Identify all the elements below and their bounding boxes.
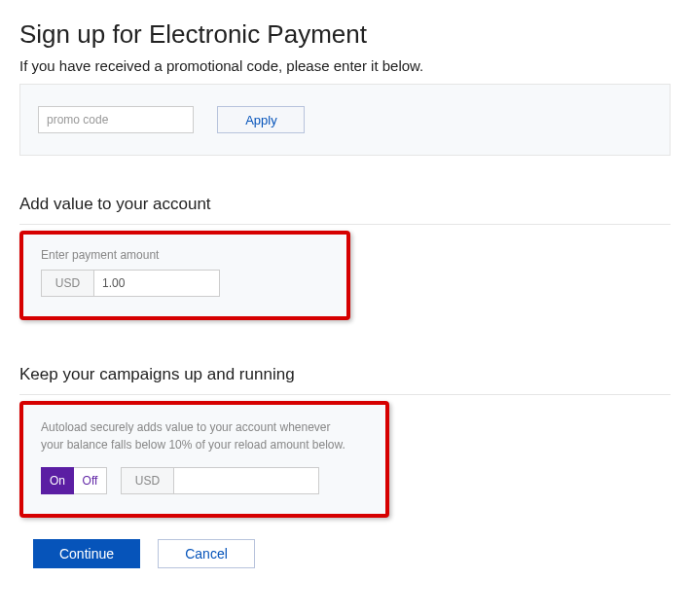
reload-currency-label: USD (121, 467, 173, 494)
autoload-desc-line1: Autoload securely adds value to your acc… (41, 420, 331, 434)
promo-section: Apply (19, 84, 671, 156)
autoload-box: Autoload securely adds value to your acc… (19, 401, 389, 518)
divider-2 (19, 394, 671, 395)
autoload-toggle: On Off (41, 467, 107, 494)
page-subtitle: If you have received a promotional code,… (19, 57, 671, 74)
autoload-off-button[interactable]: Off (74, 467, 107, 494)
payment-amount-box: Enter payment amount USD (19, 231, 350, 320)
payment-amount-label: Enter payment amount (41, 248, 329, 262)
continue-button[interactable]: Continue (33, 539, 140, 568)
divider (19, 224, 671, 225)
cancel-button[interactable]: Cancel (158, 539, 255, 568)
action-buttons: Continue Cancel (19, 539, 671, 568)
currency-label: USD (41, 270, 93, 297)
payment-amount-input[interactable] (93, 270, 220, 297)
signup-page: Sign up for Electronic Payment If you ha… (0, 0, 690, 588)
autoload-description: Autoload securely adds value to your acc… (41, 418, 368, 453)
payment-amount-row: USD (41, 270, 329, 297)
autoload-heading: Keep your campaigns up and running (19, 365, 671, 384)
page-title: Sign up for Electronic Payment (19, 19, 671, 50)
apply-button[interactable]: Apply (217, 106, 305, 133)
autoload-controls: On Off USD (41, 467, 368, 494)
autoload-desc-line2: your balance falls below 10% of your rel… (41, 438, 345, 452)
autoload-on-button[interactable]: On (41, 467, 74, 494)
add-value-heading: Add value to your account (19, 195, 671, 214)
reload-amount-input[interactable] (173, 467, 319, 494)
promo-code-input[interactable] (38, 106, 194, 133)
